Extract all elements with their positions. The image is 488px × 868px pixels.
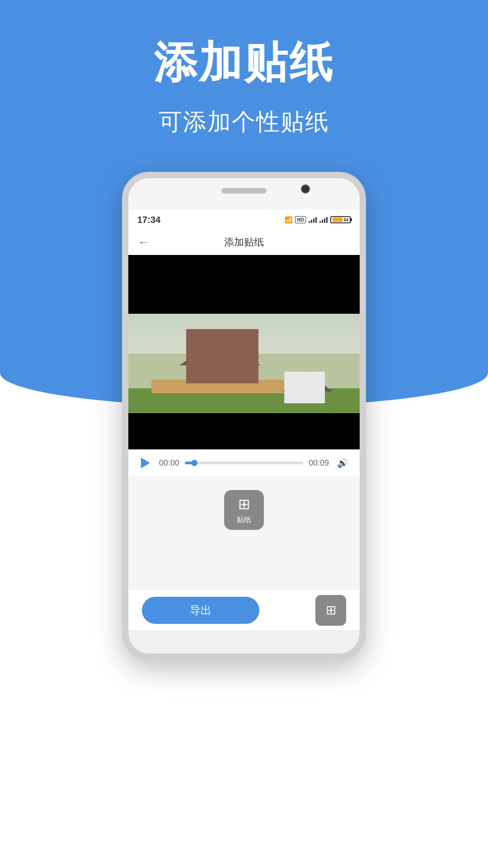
video-black-bottom — [128, 413, 360, 449]
video-content — [128, 314, 360, 413]
status-bar: 17:34 📶 HD 44 — [128, 210, 360, 230]
sticker-add-button[interactable]: ⊞ 贴纸 — [224, 490, 264, 530]
main-title: 添加贴纸 — [0, 36, 488, 88]
signal-icon-2 — [319, 217, 328, 223]
status-time: 17:34 — [137, 215, 160, 225]
nav-title: 添加贴纸 — [224, 236, 264, 249]
sticker-add-icon: ⊞ — [238, 495, 250, 513]
sticker-button-label: 贴纸 — [237, 515, 251, 525]
volume-button[interactable]: 🔊 — [334, 455, 351, 471]
progress-bar[interactable] — [185, 462, 303, 464]
header-area: 添加贴纸 可添加个性贴纸 — [0, 36, 488, 138]
app-nav: ← 添加贴纸 — [128, 230, 360, 255]
time-end: 00:09 — [309, 458, 329, 468]
volume-icon: 🔊 — [337, 458, 348, 468]
battery-icon: 44 — [330, 216, 351, 223]
video-container — [128, 255, 360, 449]
tool-area: ⊞ 贴纸 — [128, 476, 360, 590]
battery-fill — [333, 217, 343, 222]
back-button[interactable]: ← — [137, 235, 150, 250]
phone-speaker — [221, 188, 267, 193]
play-button[interactable] — [137, 455, 154, 471]
battery-level: 44 — [343, 217, 348, 222]
bottom-bar: 导出 ⊞ — [128, 590, 360, 630]
add-sticker-icon: ⊞ — [326, 603, 336, 618]
signal-icon — [309, 217, 317, 223]
play-icon — [141, 458, 150, 468]
export-button[interactable]: 导出 — [142, 597, 259, 624]
add-sticker-button[interactable]: ⊞ — [315, 595, 346, 626]
wifi-icon: 📶 — [285, 216, 292, 223]
progress-dot — [191, 460, 197, 466]
export-label: 导出 — [190, 603, 211, 618]
time-start: 00:00 — [159, 458, 179, 468]
sub-title: 可添加个性贴纸 — [0, 106, 488, 138]
hd-badge: HD — [295, 216, 306, 223]
video-controls: 00:00 00:09 🔊 — [128, 449, 360, 476]
house-main — [186, 329, 258, 383]
phone-top-bar — [128, 178, 360, 210]
battery-tip — [351, 218, 352, 222]
phone-mockup: 17:34 📶 HD 44 — [122, 172, 366, 660]
phone-camera — [301, 184, 310, 193]
small-house — [284, 372, 325, 403]
house-scene — [128, 314, 360, 413]
status-icons: 📶 HD 44 — [285, 216, 351, 223]
video-black-top — [128, 255, 360, 314]
